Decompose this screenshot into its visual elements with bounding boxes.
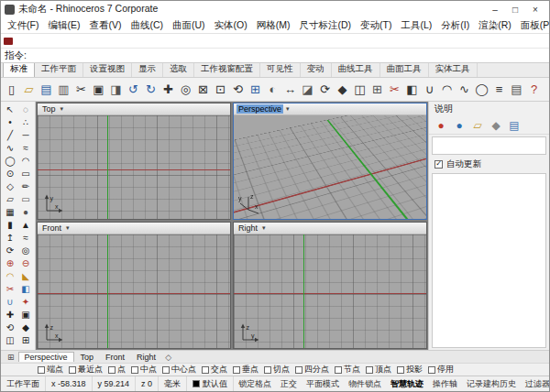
- osnap-toggle[interactable]: 顶点: [366, 364, 391, 376]
- copy-tool-icon[interactable]: ▣: [18, 308, 34, 321]
- split-icon[interactable]: ◧: [403, 80, 421, 100]
- status-toggle[interactable]: 锁定格点: [234, 378, 276, 390]
- viewport-title[interactable]: Front: [40, 223, 63, 233]
- viewport-tab-front[interactable]: Front: [100, 353, 130, 362]
- checkbox-icon[interactable]: [335, 366, 342, 374]
- status-toggle[interactable]: 物件锁点: [344, 378, 386, 390]
- osnap-toggle[interactable]: 最近点: [69, 364, 103, 376]
- viewport-layout-icon[interactable]: ⊞: [5, 353, 17, 362]
- viewport-right-canvas[interactable]: z y: [234, 234, 426, 348]
- trim-tool-icon[interactable]: ✂: [3, 282, 18, 295]
- checkbox-icon[interactable]: [397, 366, 404, 374]
- viewport-perspective-titlebar[interactable]: Perspective ▾: [234, 103, 426, 115]
- maximize-button[interactable]: □: [505, 5, 525, 15]
- render-sphere-red-icon[interactable]: ●: [433, 117, 449, 134]
- surface-tool-icon[interactable]: ▱: [3, 192, 18, 205]
- zoom-icon[interactable]: ◎: [177, 80, 194, 100]
- menu-item[interactable]: 网格(M): [252, 19, 295, 32]
- loft-tool-icon[interactable]: ≈: [18, 231, 34, 244]
- command-history[interactable]: [1, 34, 549, 49]
- viewport-front-canvas[interactable]: z x: [38, 234, 230, 348]
- point-tool-icon[interactable]: •: [3, 115, 18, 128]
- cone-tool-icon[interactable]: ▲: [18, 218, 34, 231]
- menu-item[interactable]: 文件(F): [3, 19, 43, 32]
- mirror-icon[interactable]: ◫: [351, 80, 368, 100]
- new-file-icon[interactable]: ▯: [3, 80, 20, 100]
- points-tool-icon[interactable]: ∴: [18, 115, 34, 128]
- layers-icon[interactable]: ≡: [490, 80, 508, 100]
- boolean-union-icon[interactable]: ⊕: [3, 256, 18, 269]
- trim-icon[interactable]: ✂: [386, 80, 403, 100]
- menu-item[interactable]: 查看(V): [84, 19, 126, 32]
- toolbar-tab[interactable]: 显示: [132, 63, 163, 77]
- interp-curve-icon[interactable]: ≈: [18, 141, 34, 154]
- checkbox-icon[interactable]: [295, 366, 302, 374]
- pointer-tool-icon[interactable]: ↖: [3, 103, 18, 115]
- array-icon[interactable]: ⊞: [368, 80, 386, 100]
- print-icon[interactable]: ▥: [55, 80, 72, 100]
- copy-icon[interactable]: ▣: [90, 80, 107, 100]
- open-file-icon[interactable]: ▱: [20, 80, 38, 100]
- menu-item[interactable]: 尺寸标注(D): [295, 19, 357, 32]
- chevron-down-icon[interactable]: ▾: [262, 224, 266, 232]
- join-icon[interactable]: ∪: [421, 80, 438, 100]
- toolbar-tab[interactable]: 标准: [3, 63, 35, 77]
- checkbox-icon[interactable]: [69, 366, 76, 374]
- pipe-tool-icon[interactable]: ◎: [18, 244, 34, 256]
- move-icon[interactable]: ↔: [281, 80, 299, 100]
- osnap-toggle[interactable]: 投影: [397, 364, 423, 376]
- viewport-right-titlebar[interactable]: Right ▾: [234, 223, 426, 234]
- chevron-down-icon[interactable]: ▾: [286, 105, 290, 113]
- menu-item[interactable]: 实体(O): [210, 19, 252, 32]
- toolbar-tab[interactable]: 工作平面: [35, 63, 83, 77]
- toolbar-tab[interactable]: 选取: [163, 63, 194, 77]
- polygon-tool-icon[interactable]: ◇: [3, 180, 18, 192]
- osnap-toggle[interactable]: 交点: [202, 364, 227, 376]
- layer-button[interactable]: 默认值: [187, 376, 234, 391]
- line-tool-icon[interactable]: ─: [18, 128, 34, 141]
- render-sphere-blue-icon[interactable]: ●: [451, 117, 468, 134]
- extrude-tool-icon[interactable]: ↥: [3, 231, 18, 244]
- boolean-difference-icon[interactable]: ⊖: [18, 256, 34, 269]
- circle-tools-icon[interactable]: ◯: [473, 80, 490, 100]
- checkbox-icon[interactable]: [366, 366, 373, 374]
- menu-item[interactable]: 分析(I): [436, 19, 474, 32]
- osnap-toggle[interactable]: 停用: [428, 364, 454, 376]
- minimize-button[interactable]: –: [485, 5, 505, 15]
- checkbox-icon[interactable]: [233, 366, 240, 374]
- curve-tool-icon[interactable]: ∿: [3, 141, 18, 154]
- undo-icon[interactable]: ↺: [125, 80, 142, 100]
- arc-tool-icon[interactable]: ◠: [18, 154, 34, 167]
- osnap-toggle[interactable]: 垂点: [233, 364, 258, 376]
- plane-tool-icon[interactable]: ▭: [18, 192, 34, 205]
- toolbar-tab[interactable]: 实体工具: [429, 63, 478, 77]
- chamfer-edge-icon[interactable]: ◣: [18, 269, 34, 282]
- save-icon[interactable]: ▤: [38, 80, 55, 100]
- status-toggle[interactable]: 记录建构历史: [462, 378, 521, 390]
- sketch-tool-icon[interactable]: ✏: [18, 180, 34, 192]
- status-toggle[interactable]: 操作轴: [428, 378, 462, 390]
- checkbox-icon[interactable]: [38, 366, 45, 374]
- revolve-tool-icon[interactable]: ⟳: [3, 244, 18, 256]
- osnap-toggle[interactable]: 节点: [335, 364, 360, 376]
- toolbar-tab[interactable]: 工作视窗配置: [194, 63, 260, 77]
- viewport-tab-right[interactable]: Right: [131, 353, 161, 362]
- menu-item[interactable]: 变动(T): [356, 19, 396, 32]
- box-tool-icon[interactable]: ▦: [3, 205, 18, 218]
- shaded-view-icon[interactable]: ◐: [264, 80, 281, 100]
- fillet-icon[interactable]: ◠: [438, 80, 456, 100]
- array-tool-icon[interactable]: ⊞: [18, 333, 34, 346]
- menu-item[interactable]: 工具(L): [397, 19, 437, 32]
- status-toggle[interactable]: 平面模式: [302, 378, 344, 390]
- properties-icon[interactable]: ▤: [508, 80, 525, 100]
- menu-item[interactable]: 曲线(C): [126, 19, 168, 32]
- chevron-down-icon[interactable]: ▾: [66, 224, 70, 232]
- checkbox-icon[interactable]: [264, 366, 271, 374]
- menu-item[interactable]: 编辑(E): [43, 19, 84, 32]
- polyline-tool-icon[interactable]: ╱: [3, 128, 18, 141]
- help-icon[interactable]: ?: [525, 80, 543, 100]
- move-tool-icon[interactable]: ✚: [3, 308, 18, 321]
- viewport-front-titlebar[interactable]: Front ▾: [38, 223, 230, 234]
- mirror-tool-icon[interactable]: ◫: [3, 333, 18, 346]
- command-prompt[interactable]: 指令:: [1, 49, 549, 63]
